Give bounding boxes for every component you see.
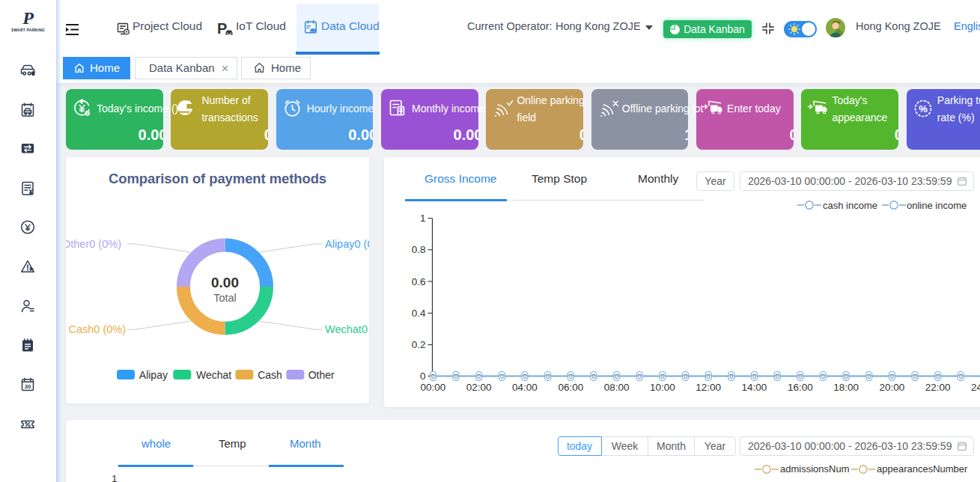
svg-text:P: P <box>217 21 227 37</box>
svg-text:30: 30 <box>25 383 31 390</box>
svg-text:%: % <box>919 103 928 115</box>
